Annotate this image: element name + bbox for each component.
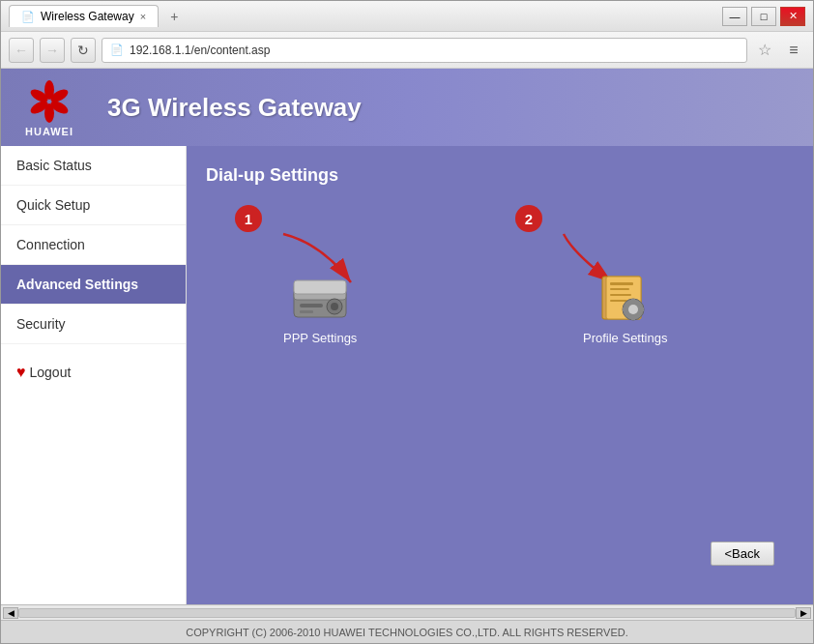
step-1-circle: 1 [235, 205, 262, 232]
minimize-btn[interactable]: — [722, 7, 747, 26]
svg-rect-18 [610, 288, 629, 290]
sidebar-item-quick-setup[interactable]: Quick Setup [1, 186, 186, 225]
ppp-settings-icon [286, 273, 354, 323]
svg-point-22 [628, 305, 638, 314]
svg-rect-9 [294, 280, 346, 294]
title-bar: 📄 Wireless Gateway × + — □ ✕ [1, 1, 813, 32]
sidebar-item-logout[interactable]: ♥ Logout [1, 352, 186, 393]
scroll-left-btn[interactable]: ◀ [3, 607, 18, 619]
svg-rect-23 [631, 299, 635, 303]
title-bar-left: 📄 Wireless Gateway × + [9, 5, 186, 28]
page-header: HUAWEI 3G Wireless Gateway [1, 69, 813, 146]
window-controls: — □ ✕ [722, 7, 805, 26]
content-area: Dial-up Settings 1 [187, 146, 813, 604]
svg-rect-26 [640, 307, 644, 311]
browser-tab[interactable]: 📄 Wireless Gateway × [9, 5, 159, 27]
logout-heart-icon: ♥ [16, 364, 26, 381]
svg-point-11 [331, 303, 338, 310]
icons-container: 1 [206, 215, 794, 585]
huawei-logo [20, 77, 78, 126]
svg-rect-24 [631, 316, 635, 320]
browser-menu-btn[interactable]: ≡ [782, 39, 805, 62]
main-area: Basic Status Quick Setup Connection Adva… [1, 146, 813, 604]
back-button-container: <Back [711, 542, 775, 566]
svg-rect-25 [623, 307, 626, 311]
sidebar-item-advanced-settings[interactable]: Advanced Settings [1, 265, 186, 305]
page-title: Dial-up Settings [206, 165, 794, 186]
logo-text: HUAWEI [25, 126, 73, 137]
page-footer: COPYRIGHT (C) 2006-2010 HUAWEI TECHNOLOG… [1, 620, 813, 643]
address-text: 192.168.1.1/en/content.asp [130, 44, 270, 57]
profile-settings-label: Profile Settings [583, 331, 667, 345]
refresh-nav-btn[interactable]: ↻ [71, 38, 96, 63]
scroll-track [18, 608, 796, 618]
new-tab-btn[interactable]: + [162, 5, 186, 28]
content-wrapper: Dial-up Settings 1 [206, 165, 794, 585]
sidebar-item-connection[interactable]: Connection [1, 225, 186, 265]
profile-settings-icon-item[interactable]: Profile Settings [583, 273, 667, 345]
bookmark-btn[interactable]: ☆ [753, 39, 776, 62]
logo-area: HUAWEI [20, 77, 78, 137]
forward-nav-btn[interactable]: → [40, 38, 65, 63]
ppp-settings-icon-item[interactable]: PPP Settings [283, 273, 357, 345]
address-bar[interactable]: 📄 192.168.1.1/en/content.asp [102, 38, 747, 63]
back-nav-btn[interactable]: ← [9, 38, 34, 63]
close-btn[interactable]: ✕ [780, 7, 805, 26]
svg-rect-19 [610, 294, 631, 296]
svg-rect-12 [300, 304, 323, 307]
nav-bar: ← → ↻ 📄 192.168.1.1/en/content.asp ☆ ≡ [1, 32, 813, 69]
sidebar-item-security[interactable]: Security [1, 305, 186, 344]
back-button[interactable]: <Back [711, 542, 775, 566]
tab-title: Wireless Gateway [41, 10, 134, 23]
step-2-circle: 2 [515, 205, 542, 232]
svg-rect-13 [300, 310, 313, 313]
header-title: 3G Wireless Gateway [107, 93, 362, 123]
sidebar-item-basic-status[interactable]: Basic Status [1, 146, 186, 186]
tab-close-btn[interactable]: × [140, 11, 146, 22]
svg-rect-17 [610, 282, 633, 285]
scrollbar-area[interactable]: ◀ ▶ [1, 604, 813, 620]
scroll-right-btn[interactable]: ▶ [796, 607, 811, 619]
profile-settings-icon [596, 273, 654, 323]
maximize-btn[interactable]: □ [751, 7, 776, 26]
address-icon: 📄 [110, 44, 124, 56]
browser-window: 📄 Wireless Gateway × + — □ ✕ ← → ↻ 📄 192… [0, 0, 814, 644]
sidebar: Basic Status Quick Setup Connection Adva… [1, 146, 187, 604]
copyright-text: COPYRIGHT (C) 2006-2010 HUAWEI TECHNOLOG… [186, 627, 627, 638]
ppp-settings-label: PPP Settings [283, 331, 357, 345]
svg-rect-20 [610, 300, 627, 302]
page-content: HUAWEI 3G Wireless Gateway Basic Status … [1, 69, 813, 643]
